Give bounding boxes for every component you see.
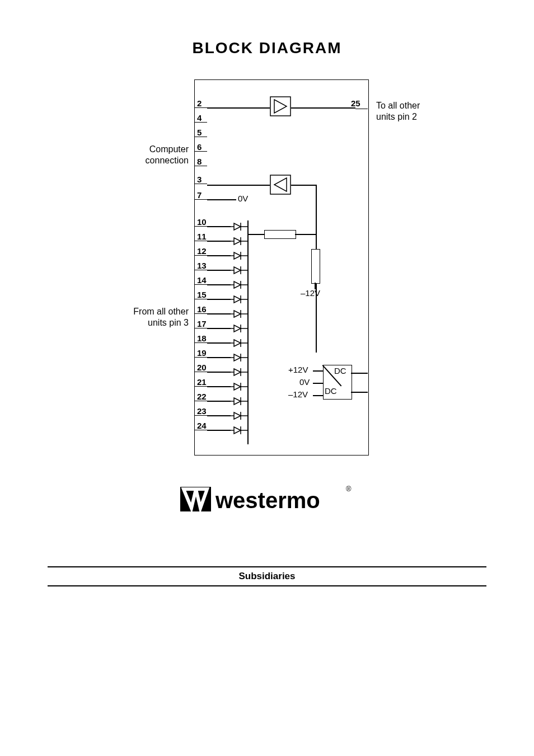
diode-icon	[231, 425, 247, 435]
pin-15-tick	[195, 299, 207, 299]
pin-24: 24	[197, 421, 207, 430]
pin-21: 21	[197, 377, 207, 387]
buffer-top-icon	[270, 96, 291, 119]
pin-24-tick	[195, 430, 207, 430]
shunt-resistor	[311, 249, 320, 284]
svg-marker-45	[234, 369, 241, 375]
svg-rect-0	[270, 97, 291, 116]
pin-2-tick	[195, 107, 207, 108]
svg-marker-61	[234, 427, 241, 434]
series-resistor	[264, 230, 296, 239]
pin-22-tick	[195, 401, 207, 401]
pin-18-tick	[195, 342, 207, 343]
svg-marker-9	[234, 238, 241, 245]
pin-20: 20	[197, 363, 207, 372]
diode-icon	[231, 411, 247, 421]
pin-6-tick	[195, 151, 207, 152]
from-all-other-label: From all otherunits pin 3	[116, 306, 189, 328]
pin-12: 12	[197, 246, 207, 256]
diode-icon	[231, 280, 247, 290]
pin-3-tick	[195, 184, 207, 184]
pin-13-tick	[195, 270, 207, 270]
pin-14: 14	[197, 275, 207, 285]
svg-marker-53	[234, 398, 241, 405]
diode-icon	[231, 222, 247, 232]
pin-10: 10	[197, 217, 207, 227]
diode-bus	[247, 220, 249, 444]
svg-marker-17	[234, 267, 241, 274]
pin-5-tick	[195, 137, 207, 137]
svg-marker-5	[234, 223, 241, 230]
pin-4: 4	[197, 113, 202, 123]
pin-20-tick	[195, 372, 207, 372]
diode-icon	[231, 396, 247, 406]
pin-2: 2	[197, 98, 202, 108]
ps-zero-label: 0V	[299, 377, 310, 388]
pin-6: 6	[197, 142, 202, 152]
pin-7: 7	[197, 190, 202, 200]
svg-marker-41	[234, 354, 241, 361]
pin-3: 3	[197, 175, 202, 184]
svg-marker-3	[274, 178, 287, 191]
diode-icon	[231, 338, 247, 348]
diode-icon	[231, 251, 247, 261]
pin-13: 13	[197, 261, 207, 270]
svg-marker-1	[274, 100, 287, 113]
pin-5: 5	[197, 128, 202, 137]
pin-8-tick	[195, 166, 207, 166]
pin-14-tick	[195, 284, 207, 285]
svg-marker-57	[234, 412, 241, 419]
ps-minus-label: –12V	[288, 389, 308, 400]
pin-4-tick	[195, 122, 207, 123]
ps-plus-label: +12V	[288, 365, 308, 375]
pin-21-tick	[195, 386, 207, 387]
pin-17: 17	[197, 319, 207, 328]
pin-19-tick	[195, 357, 207, 358]
diode-icon	[231, 382, 247, 392]
svg-marker-33	[234, 325, 241, 332]
block-diagram: Computerconnection From all otherunits p…	[71, 74, 463, 466]
diode-icon	[231, 367, 247, 377]
dc-bottom-label: DC	[325, 386, 337, 397]
diode-icon	[231, 294, 247, 304]
pin-11: 11	[197, 232, 207, 241]
diode-icon	[231, 236, 247, 246]
subsidiaries-heading: Subsidiaries	[48, 566, 486, 586]
zero-v-label: 0V	[238, 194, 248, 204]
svg-marker-29	[234, 311, 241, 317]
computer-connection-label: Computerconnection	[127, 144, 189, 166]
svg-marker-13	[234, 252, 241, 259]
diode-icon	[231, 353, 247, 363]
minus-12v-label: –12V	[301, 288, 320, 299]
pin-16-tick	[195, 313, 207, 314]
pin-8: 8	[197, 157, 202, 166]
svg-text:®: ®	[346, 485, 352, 493]
westermo-logo: westermo ®	[0, 482, 534, 516]
svg-marker-49	[234, 383, 241, 390]
svg-marker-25	[234, 296, 241, 303]
pin-23-tick	[195, 415, 207, 416]
pin-23: 23	[197, 406, 207, 416]
diode-icon	[231, 265, 247, 275]
pin-25-tick	[355, 109, 368, 109]
pin-12-tick	[195, 255, 207, 256]
svg-marker-21	[234, 281, 241, 288]
svg-text:westermo: westermo	[215, 488, 320, 513]
to-all-other-label: To all otherunits pin 2	[376, 100, 449, 123]
pin-22: 22	[197, 392, 207, 401]
buffer-bottom-icon	[270, 175, 291, 197]
pin-18: 18	[197, 334, 207, 343]
diode-icon	[231, 309, 247, 319]
pin-7-tick	[195, 199, 207, 200]
pin-10-tick	[195, 226, 207, 227]
dc-top-label: DC	[334, 366, 346, 377]
pin-15: 15	[197, 290, 207, 299]
pin-11-tick	[195, 241, 207, 241]
pin-17-tick	[195, 328, 207, 328]
page-title: BLOCK DIAGRAM	[0, 39, 534, 57]
pin-16: 16	[197, 304, 207, 314]
svg-marker-37	[234, 340, 241, 346]
svg-rect-2	[270, 175, 291, 194]
pin-19: 19	[197, 348, 207, 358]
diode-icon	[231, 323, 247, 334]
